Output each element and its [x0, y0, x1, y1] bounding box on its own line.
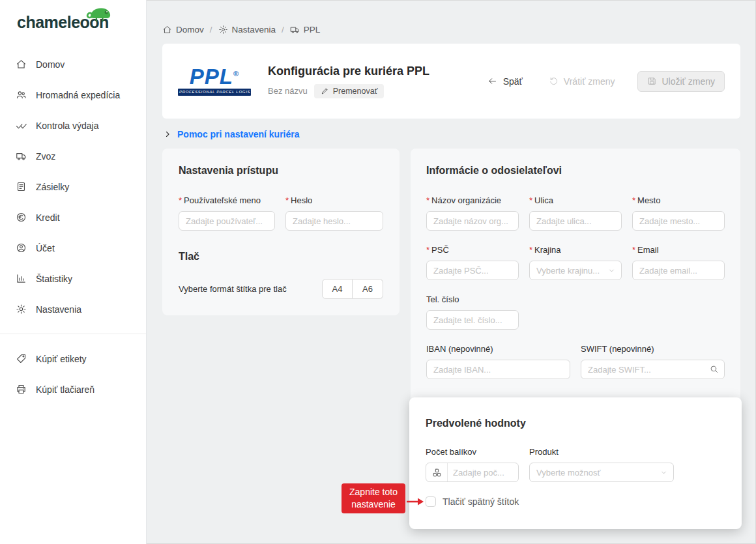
format-a6-button[interactable]: A6 — [353, 279, 383, 299]
swift-input-wrap — [581, 360, 725, 379]
email-label: *Email — [632, 245, 725, 255]
chevron-down-icon — [608, 267, 615, 274]
sidebar-item-domov[interactable]: Domov — [0, 49, 146, 79]
label-text: Tel. číslo — [426, 294, 459, 304]
header-card: PPL® PROFESSIONAL PARCEL LOGISTIC Konfig… — [162, 44, 740, 119]
print-format-row: Vyberte formát štítka pre tlač A4 A6 — [179, 279, 383, 299]
help-link: Pomoc pri nastavení kuriéra — [177, 129, 300, 139]
rename-button[interactable]: Premenovať — [314, 84, 385, 98]
double-check-icon — [16, 120, 27, 131]
zip-input[interactable] — [426, 261, 519, 280]
street-input[interactable] — [529, 211, 622, 231]
label-text: Používateľské meno — [184, 195, 261, 205]
username-input[interactable] — [179, 211, 275, 231]
arrow-left-icon — [487, 76, 497, 86]
sender-fields-grid: *Názov organizácie *Ulica *Mesto *PSČ — [426, 195, 725, 330]
sidebar-item-ucet[interactable]: Účet — [0, 233, 146, 263]
street-label: *Ulica — [529, 195, 622, 206]
sidebar-item-zvoz[interactable]: Zvoz — [0, 141, 146, 171]
return-label-checkbox[interactable] — [426, 496, 436, 507]
breadcrumb-separator: / — [282, 25, 284, 35]
swift-field-group: SWIFT (nepovinné) — [581, 344, 725, 379]
revert-changes-button[interactable]: Vrátiť zmeny — [545, 76, 619, 87]
phone-input[interactable] — [426, 310, 519, 330]
iban-label: IBAN (nepovinné) — [426, 344, 570, 354]
defaults-title: Predvolené hodnoty — [426, 417, 725, 430]
ppl-tagline: PROFESSIONAL PARCEL LOGISTIC — [178, 89, 251, 96]
sidebar-item-label: Nastavenia — [36, 304, 81, 315]
format-a4-button[interactable]: A4 — [322, 279, 353, 299]
user-icon — [16, 242, 27, 253]
sidebar-item-kredit[interactable]: Kredit — [0, 202, 146, 233]
sidebar: chameleoon Domov Hromadná expedícia — [0, 0, 147, 544]
org-field-group: *Názov organizácie — [426, 195, 519, 231]
header-text: Konfigurácia pre kuriéra PPL Bez názvu P… — [268, 64, 429, 98]
iban-input[interactable] — [426, 360, 570, 379]
product-select[interactable]: Vyberte možnosť — [529, 463, 674, 482]
label-text: Heslo — [291, 195, 312, 205]
sidebar-item-label: Domov — [36, 59, 65, 70]
country-select[interactable]: Vyberte krajinu... — [529, 261, 622, 280]
required-marker: * — [632, 195, 635, 205]
chameleon-icon — [85, 3, 115, 24]
password-label: *Heslo — [285, 195, 383, 206]
document-icon — [16, 181, 27, 192]
breadcrumb-label: Nastavenia — [232, 25, 276, 35]
sidebar-item-label: Zásielky — [36, 182, 69, 192]
sender-card-title: Informácie o odosielateľovi — [426, 164, 725, 177]
euro-icon — [16, 212, 27, 223]
breadcrumb-label: Domov — [176, 25, 204, 35]
sidebar-item-kupit-tlaciaren[interactable]: Kúpiť tlačiareň — [0, 374, 146, 405]
defaults-spotlight: Predvolené hodnoty Počet balíkov — [409, 397, 742, 529]
config-name: Bez názvu — [268, 86, 308, 96]
return-label-row: Tlačiť spätný štítok — [426, 496, 725, 507]
tag-icon — [16, 353, 27, 364]
password-input[interactable] — [285, 211, 383, 231]
back-button[interactable]: Späť — [484, 76, 527, 87]
page-title: Konfigurácia pre kuriéra PPL — [268, 64, 429, 78]
ppl-brand: PPL — [190, 64, 233, 89]
sidebar-divider — [0, 334, 146, 334]
product-field-group: Produkt Vyberte možnosť — [529, 447, 674, 482]
breadcrumb: Domov / Nastavenia / PPL — [162, 25, 740, 35]
city-input[interactable] — [632, 211, 725, 231]
sidebar-item-zasielky[interactable]: Zásielky — [0, 171, 146, 202]
sidebar-item-statistiky[interactable]: Štatistiky — [0, 263, 146, 294]
logo-wrap: chameleoon — [0, 0, 146, 32]
gear-icon — [218, 25, 228, 35]
required-marker: * — [179, 195, 182, 205]
sidebar-item-label: Kúpiť etikety — [36, 354, 87, 364]
sidebar-item-kupit-etikety[interactable]: Kúpiť etikety — [0, 343, 146, 374]
ppl-logo: PPL® PROFESSIONAL PARCEL LOGISTIC — [178, 66, 251, 95]
users-icon — [16, 89, 27, 100]
gear-icon — [16, 304, 27, 315]
sidebar-item-hromadna-expedicia[interactable]: Hromadná expedícia — [0, 79, 146, 110]
password-field-group: *Heslo — [285, 195, 383, 231]
required-marker: * — [529, 245, 532, 255]
parcel-count-label: Počet balíkov — [426, 447, 519, 457]
street-field-group: *Ulica — [529, 195, 622, 231]
org-input[interactable] — [426, 211, 519, 231]
pencil-icon — [321, 87, 329, 95]
parcel-count-input[interactable] — [448, 463, 518, 481]
breadcrumb-nastavenia[interactable]: Nastavenia — [218, 25, 276, 35]
sidebar-item-label: Účet — [36, 243, 55, 253]
truck-icon — [16, 150, 27, 162]
home-icon — [162, 25, 172, 35]
breadcrumb-domov[interactable]: Domov — [162, 25, 204, 35]
main-content: Domov / Nastavenia / PPL PPL® PROFESSION… — [147, 0, 756, 544]
username-field-group: *Používateľské meno — [179, 195, 275, 231]
required-marker: * — [426, 245, 429, 255]
save-changes-button[interactable]: Uložiť zmeny — [637, 71, 725, 92]
swift-input[interactable] — [581, 360, 725, 379]
printer-icon — [16, 384, 27, 395]
breadcrumb-ppl[interactable]: PPL — [290, 25, 321, 35]
username-label: *Používateľské meno — [179, 195, 275, 206]
product-label: Produkt — [529, 447, 674, 457]
sidebar-item-kontrola-vydaja[interactable]: Kontrola výdaja — [0, 110, 146, 141]
sidebar-item-nastavenia[interactable]: Nastavenia — [0, 294, 146, 324]
chart-icon — [16, 273, 27, 284]
courier-help-toggle[interactable]: Pomoc pri nastavení kuriéra — [164, 129, 739, 139]
required-marker: * — [426, 195, 429, 205]
email-input[interactable] — [632, 261, 725, 280]
